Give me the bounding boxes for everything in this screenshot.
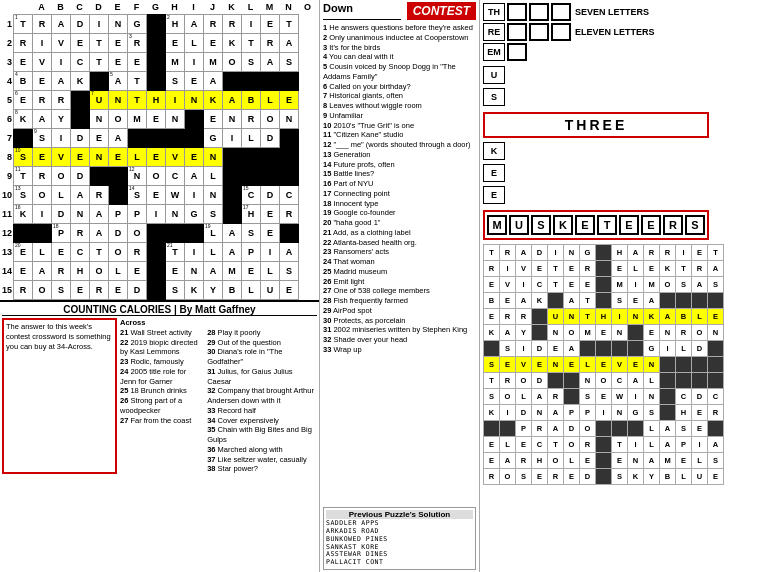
grid-cell[interactable]: E bbox=[71, 281, 90, 300]
grid-cell[interactable]: D bbox=[128, 281, 147, 300]
grid-cell[interactable]: 2H bbox=[166, 15, 185, 34]
grid-cell[interactable] bbox=[71, 91, 90, 110]
grid-cell[interactable]: 5A bbox=[109, 72, 128, 91]
grid-cell[interactable]: I bbox=[33, 205, 52, 224]
grid-cell[interactable]: E bbox=[128, 53, 147, 72]
grid-cell[interactable]: O bbox=[128, 224, 147, 243]
grid-cell[interactable]: E bbox=[204, 34, 223, 53]
grid-cell[interactable]: O bbox=[33, 281, 52, 300]
grid-cell[interactable] bbox=[261, 148, 280, 167]
grid-cell[interactable]: L bbox=[204, 243, 223, 262]
grid-cell[interactable] bbox=[147, 243, 166, 262]
grid-cell[interactable]: O bbox=[261, 110, 280, 129]
grid-cell[interactable]: E bbox=[147, 148, 166, 167]
grid-cell[interactable]: S bbox=[242, 53, 261, 72]
grid-cell[interactable] bbox=[90, 167, 109, 186]
grid-cell[interactable]: C bbox=[71, 53, 90, 72]
grid-cell[interactable]: I bbox=[147, 205, 166, 224]
grid-cell[interactable]: A bbox=[33, 110, 52, 129]
grid-cell[interactable]: L bbox=[128, 148, 147, 167]
grid-cell[interactable]: I bbox=[261, 243, 280, 262]
grid-cell[interactable]: D bbox=[261, 129, 280, 148]
grid-cell[interactable]: P bbox=[109, 205, 128, 224]
grid-cell[interactable]: N bbox=[71, 205, 90, 224]
grid-cell[interactable]: I bbox=[52, 53, 71, 72]
grid-cell[interactable]: R bbox=[204, 15, 223, 34]
grid-cell[interactable]: A bbox=[223, 224, 242, 243]
grid-cell[interactable] bbox=[147, 15, 166, 34]
grid-cell[interactable] bbox=[128, 129, 147, 148]
grid-cell[interactable]: A bbox=[261, 53, 280, 72]
grid-cell[interactable]: U bbox=[261, 281, 280, 300]
grid-cell[interactable] bbox=[242, 148, 261, 167]
grid-cell[interactable]: D bbox=[71, 167, 90, 186]
grid-cell[interactable]: D bbox=[71, 15, 90, 34]
grid-cell[interactable]: I bbox=[185, 186, 204, 205]
grid-cell[interactable]: A bbox=[223, 243, 242, 262]
grid-cell[interactable]: I bbox=[33, 34, 52, 53]
grid-cell[interactable]: G bbox=[204, 129, 223, 148]
grid-cell[interactable]: N bbox=[109, 15, 128, 34]
grid-cell[interactable] bbox=[166, 129, 185, 148]
grid-cell[interactable]: H bbox=[71, 262, 90, 281]
grid-cell[interactable]: I bbox=[52, 129, 71, 148]
grid-cell[interactable]: T bbox=[280, 15, 299, 34]
grid-cell[interactable]: I bbox=[166, 91, 185, 110]
grid-cell[interactable]: E bbox=[280, 91, 299, 110]
grid-cell[interactable]: M bbox=[204, 53, 223, 72]
grid-cell[interactable]: N bbox=[166, 205, 185, 224]
grid-cell[interactable]: E bbox=[14, 262, 33, 281]
grid-cell[interactable]: N bbox=[109, 91, 128, 110]
grid-cell[interactable]: S bbox=[204, 205, 223, 224]
grid-cell[interactable]: 16K bbox=[14, 205, 33, 224]
grid-cell[interactable]: A bbox=[185, 15, 204, 34]
grid-cell[interactable]: A bbox=[204, 262, 223, 281]
grid-cell[interactable]: 8K bbox=[14, 110, 33, 129]
grid-cell[interactable] bbox=[147, 53, 166, 72]
grid-cell[interactable]: L bbox=[52, 186, 71, 205]
grid-cell[interactable]: R bbox=[52, 262, 71, 281]
grid-cell[interactable]: E bbox=[109, 34, 128, 53]
grid-cell[interactable] bbox=[71, 110, 90, 129]
grid-cell[interactable]: R bbox=[33, 15, 52, 34]
grid-cell[interactable]: A bbox=[280, 34, 299, 53]
grid-cell[interactable]: E bbox=[185, 148, 204, 167]
grid-cell[interactable] bbox=[223, 205, 242, 224]
grid-cell[interactable]: 17H bbox=[242, 205, 261, 224]
grid-cell[interactable]: K bbox=[185, 281, 204, 300]
grid-cell[interactable] bbox=[223, 72, 242, 91]
grid-cell[interactable]: N bbox=[204, 148, 223, 167]
grid-cell[interactable]: I bbox=[185, 243, 204, 262]
grid-cell[interactable]: N bbox=[166, 110, 185, 129]
grid-cell[interactable]: E bbox=[261, 224, 280, 243]
grid-cell[interactable]: 10S bbox=[14, 148, 33, 167]
grid-cell[interactable]: V bbox=[166, 148, 185, 167]
grid-cell[interactable]: P bbox=[242, 243, 261, 262]
grid-cell[interactable]: O bbox=[33, 186, 52, 205]
grid-cell[interactable]: V bbox=[33, 53, 52, 72]
grid-cell[interactable]: T bbox=[242, 34, 261, 53]
grid-cell[interactable]: S bbox=[280, 53, 299, 72]
grid-cell[interactable] bbox=[14, 224, 33, 243]
grid-cell[interactable]: I bbox=[185, 53, 204, 72]
grid-cell[interactable]: R bbox=[14, 281, 33, 300]
grid-cell[interactable]: L bbox=[261, 262, 280, 281]
grid-cell[interactable]: N bbox=[280, 110, 299, 129]
grid-cell[interactable]: R bbox=[280, 205, 299, 224]
grid-cell[interactable]: A bbox=[204, 72, 223, 91]
grid-cell[interactable]: A bbox=[90, 224, 109, 243]
grid-cell[interactable]: T bbox=[90, 53, 109, 72]
grid-cell[interactable]: 15C bbox=[242, 186, 261, 205]
grid-cell[interactable]: D bbox=[261, 186, 280, 205]
grid-cell[interactable]: E bbox=[147, 110, 166, 129]
grid-cell[interactable] bbox=[109, 186, 128, 205]
grid-cell[interactable]: T bbox=[90, 34, 109, 53]
grid-cell[interactable]: M bbox=[166, 53, 185, 72]
grid-cell[interactable] bbox=[280, 167, 299, 186]
grid-cell[interactable]: A bbox=[109, 129, 128, 148]
grid-cell[interactable]: R bbox=[242, 110, 261, 129]
grid-cell[interactable]: S bbox=[242, 224, 261, 243]
grid-cell[interactable]: O bbox=[223, 53, 242, 72]
grid-cell[interactable]: O bbox=[109, 243, 128, 262]
grid-cell[interactable] bbox=[261, 72, 280, 91]
